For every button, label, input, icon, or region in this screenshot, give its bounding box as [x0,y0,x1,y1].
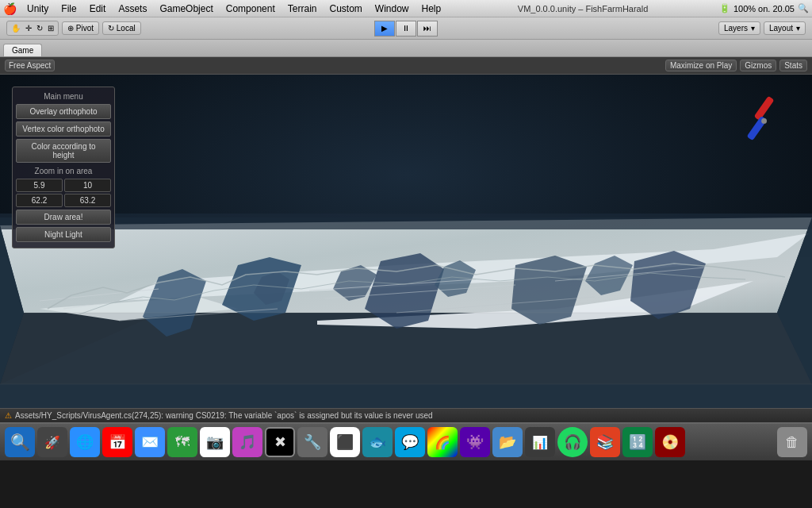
zoom-title-label: Zoom in on area [16,165,111,177]
panel-main-menu-label: Main menu [16,90,111,102]
dock: 🔍 🚀 🌐 📅 ✉️ 🗺 📷 🎵 ✖ 🔧 ⬛ 🐟 💬 🌈 👾 📂 📊 🎧 📚 🔢… [0,422,812,460]
maximize-on-play-button[interactable]: Maximize on Play [665,60,737,71]
rotate-tool-button[interactable]: ↻ [35,22,44,34]
search-icon[interactable]: 🔍 [798,3,809,13]
vertex-color-button[interactable]: Vertex color orthophoto [16,121,111,137]
compass-gizmo [729,87,792,150]
dock-item-crosshair[interactable]: ✖ [265,427,295,457]
dock-item-photos[interactable]: 📷 [200,427,230,457]
dock-item-mail[interactable]: ✉️ [135,427,165,457]
dock-item-safari[interactable]: 🌐 [70,427,100,457]
dock-item-activity[interactable]: 📊 [525,427,555,457]
svg-rect-27 [0,214,812,229]
menu-bar: 🍎 Unity File Edit Assets GameObject Comp… [0,0,812,17]
tab-game[interactable]: Game [3,44,42,56]
menu-help[interactable]: Help [416,2,447,16]
menu-right-info: 🔋 100% on. 20.05 🔍 [719,3,809,13]
layers-dropdown[interactable]: Layers ▾ [718,21,760,35]
dock-item-alien[interactable]: 👾 [460,427,490,457]
dock-item-launchpad[interactable]: 🚀 [37,427,67,457]
tab-bar: Game [0,40,812,57]
battery-icon: 🔋 [719,3,730,13]
dock-item-finder[interactable]: 🔍 [5,427,35,457]
zoom-x2-input[interactable] [16,194,63,207]
zoom-grid [16,179,111,207]
dock-item-fish[interactable]: 🐟 [362,427,393,457]
scale-tool-button[interactable]: ⊞ [46,22,56,34]
aspect-dropdown[interactable]: Free Aspect [5,60,55,71]
dock-item-unity[interactable]: ⬛ [330,427,360,457]
dock-item-dvd[interactable]: 📀 [655,427,685,457]
pause-button[interactable]: ⏸ [396,21,416,37]
menu-gameobject[interactable]: GameObject [154,2,218,16]
dropdown-arrow-icon: ▾ [751,24,755,33]
menu-terrain[interactable]: Terrain [282,2,323,16]
move-tool-button[interactable]: ✛ [24,22,33,34]
dock-item-calendar[interactable]: 📅 [102,427,132,457]
menu-edit[interactable]: Edit [84,2,112,16]
play-button[interactable]: ▶ [374,21,395,37]
dock-item-folder[interactable]: 📂 [492,427,523,457]
menu-file[interactable]: File [56,2,82,16]
dock-item-trash[interactable]: 🗑 [777,427,807,457]
step-button[interactable]: ⏭ [417,21,438,37]
clock-info: 100% on. 20.05 [733,4,795,13]
zoom-y1-input[interactable] [64,179,111,192]
menu-component[interactable]: Component [220,2,281,16]
aspect-bar: Free Aspect Maximize on Play Gizmos Stat… [0,57,812,75]
color-height-button[interactable]: Color according to height [16,139,111,163]
pivot-button[interactable]: ⊕ Pivot [62,21,99,35]
overlay-orthophoto-button[interactable]: Overlay orthophoto [16,104,111,119]
hand-tool-button[interactable]: ✋ [10,22,22,34]
terrain-view [0,75,812,408]
toolbar: ✋ ✛ ↻ ⊞ ⊕ Pivot ↻ Local ▶ ⏸ ⏭ Layers ▾ L… [0,17,812,40]
gizmos-button[interactable]: Gizmos [740,60,776,71]
night-light-button[interactable]: Night Light [16,227,111,242]
dock-item-itunes[interactable]: 🎵 [232,427,262,457]
dock-item-spotify[interactable]: 🎧 [557,427,588,457]
zoom-x1-input[interactable] [16,179,63,192]
dock-item-maps[interactable]: 🗺 [167,427,197,457]
dock-item-skype[interactable]: 💬 [395,427,425,457]
warning-icon: ⚠ [5,411,12,420]
draw-area-button[interactable]: Draw area! [16,210,111,225]
aspect-right-controls: Maximize on Play Gizmos Stats [665,60,807,71]
status-message: Assets/HY_Scripts/VirusAgent.cs(274,25):… [15,411,433,420]
dock-item-colorful[interactable]: 🌈 [427,427,458,457]
apple-logo-icon[interactable]: 🍎 [3,2,17,15]
layout-dropdown[interactable]: Layout ▾ [764,21,806,35]
local-button[interactable]: ↻ Local [102,21,141,35]
status-bar: ⚠ Assets/HY_Scripts/VirusAgent.cs(274,25… [0,408,812,422]
window-title: VM_0.0.0.unity – FishFarmHarald [448,4,718,13]
play-controls: ▶ ⏸ ⏭ [374,21,438,37]
game-viewport: Main menu Overlay orthophoto Vertex colo… [0,75,812,408]
stats-button[interactable]: Stats [779,60,807,71]
menu-assets[interactable]: Assets [113,2,152,16]
layers-label: Layers [724,24,748,33]
svg-rect-30 [754,96,775,121]
svg-point-32 [761,118,767,124]
menu-window[interactable]: Window [370,2,415,16]
zoom-y2-input[interactable] [64,194,111,207]
ingame-ui-panel: Main menu Overlay orthophoto Vertex colo… [12,87,115,248]
layout-label: Layout [769,24,793,33]
menu-unity[interactable]: Unity [21,2,54,16]
dock-item-ibooks[interactable]: 📚 [590,427,620,457]
menu-custom[interactable]: Custom [324,2,367,16]
transform-tools-group: ✋ ✛ ↻ ⊞ [6,21,59,36]
dock-item-tools[interactable]: 🔧 [297,427,327,457]
dock-item-numbers[interactable]: 🔢 [622,427,653,457]
layout-dropdown-arrow-icon: ▾ [796,24,800,33]
